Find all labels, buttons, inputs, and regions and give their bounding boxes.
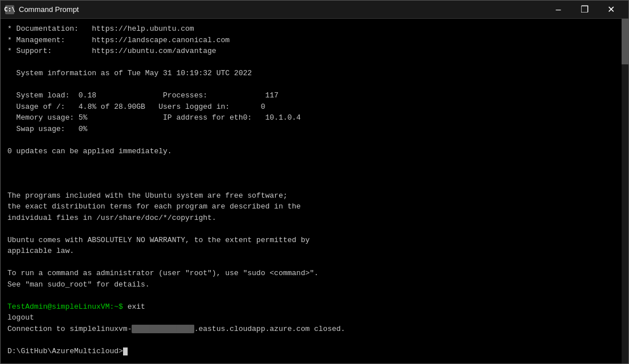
terminal-output: * Documentation: https://help.ubuntu.com…	[1, 19, 628, 363]
minimize-button[interactable]: –	[545, 1, 571, 19]
terminal-line	[7, 290, 622, 301]
terminal-line: Connection to simplelinuxvm-████████████…	[7, 324, 622, 335]
terminal-line	[7, 223, 622, 235]
scrollbar[interactable]	[622, 19, 628, 363]
window-title: Command Prompt	[19, 5, 545, 14]
terminal-line	[7, 179, 622, 190]
terminal-line	[7, 79, 622, 91]
window-controls: – ❐ ✕	[545, 1, 624, 19]
scrollbar-thumb[interactable]	[622, 19, 628, 64]
terminal-line: System load: 0.18 Processes: 117	[7, 90, 622, 101]
terminal-line: Swap usage: 0%	[7, 124, 622, 135]
terminal-line: logout	[7, 312, 622, 324]
terminal-line: the exact distribution terms for each pr…	[7, 201, 622, 212]
prompt-command: exit	[123, 302, 145, 311]
titlebar: C:\ Command Prompt – ❐ ✕	[1, 1, 628, 19]
current-prompt: D:\GitHub\AzureMulticloud>	[7, 347, 123, 355]
terminal-line: * Documentation: https://help.ubuntu.com	[7, 23, 622, 35]
restore-button[interactable]: ❐	[571, 1, 598, 19]
app-icon: C:\	[5, 5, 14, 14]
terminal-line	[7, 257, 622, 268]
prompt-line: TestAdmin@simpleLinuxVM:~$ exit	[7, 301, 622, 313]
close-button[interactable]: ✕	[598, 1, 624, 19]
terminal-line: individual files in /usr/share/doc/*/cop…	[7, 212, 622, 224]
terminal-line: Ubuntu comes with ABSOLUTELY NO WARRANTY…	[7, 235, 622, 246]
current-prompt-line[interactable]: D:\GitHub\AzureMulticloud>	[7, 346, 622, 357]
terminal-line	[7, 334, 622, 346]
terminal-line: System information as of Tue May 31 10:1…	[7, 68, 622, 79]
terminal-line: * Support: https://ubuntu.com/advantage	[7, 46, 622, 57]
terminal-line: To run a command as administrator (user …	[7, 268, 622, 279]
terminal-line: applicable law.	[7, 246, 622, 257]
terminal-line: 0 updates can be applied immediately.	[7, 146, 622, 157]
terminal-line: See "man sudo_root" for details.	[7, 279, 622, 291]
cursor	[123, 347, 128, 355]
terminal-line	[7, 134, 622, 146]
terminal-line: Memory usage: 5% IP address for eth0: 10…	[7, 112, 622, 124]
terminal-line: The programs included with the Ubuntu sy…	[7, 190, 622, 202]
terminal-line	[7, 157, 622, 168]
terminal-line	[7, 57, 622, 68]
window: C:\ Command Prompt – ❐ ✕ * Documentation…	[0, 0, 629, 364]
terminal-line: Usage of /: 4.8% of 28.90GB Users logged…	[7, 101, 622, 113]
terminal-line: * Management: https://landscape.canonica…	[7, 35, 622, 46]
terminal-line	[7, 168, 622, 179]
prompt-user: TestAdmin@simpleLinuxVM:~$	[7, 302, 123, 311]
